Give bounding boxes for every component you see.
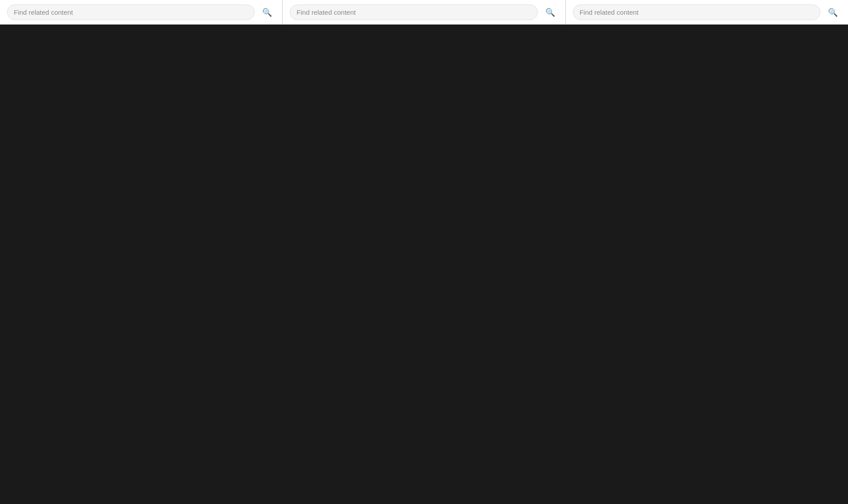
- search-button-1[interactable]: 🔍: [259, 4, 275, 20]
- search-input-area-3[interactable]: Find related content: [573, 4, 820, 20]
- search-placeholder-2: Find related content: [296, 8, 356, 16]
- search-placeholder-1: Find related content: [14, 8, 73, 16]
- search-button-2[interactable]: 🔍: [542, 4, 558, 20]
- search-bars-row: Find related content 🔍 Find related cont…: [0, 0, 848, 25]
- search-bar-3: Find related content 🔍: [566, 0, 848, 25]
- app-container: Find related content 🔍 Find related cont…: [0, 0, 848, 25]
- search-button-3[interactable]: 🔍: [825, 4, 841, 20]
- search-input-area-2[interactable]: Find related content: [290, 4, 537, 20]
- search-bar-2: Find related content 🔍: [283, 0, 565, 25]
- search-input-area-1[interactable]: Find related content: [7, 4, 255, 20]
- search-bar-1: Find related content 🔍: [0, 0, 283, 25]
- search-placeholder-3: Find related content: [580, 8, 639, 16]
